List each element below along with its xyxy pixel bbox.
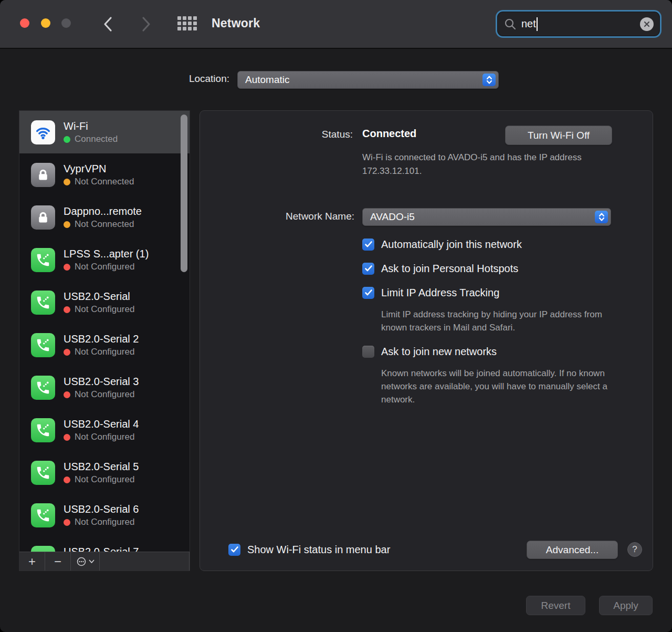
checkbox-label: Ask to join new networks bbox=[381, 346, 497, 358]
service-status: Connected bbox=[64, 134, 118, 144]
sidebar-service-item[interactable]: USB2.0-Serial 2 Not Configured bbox=[19, 324, 190, 366]
status-dot bbox=[64, 179, 70, 185]
service-status: Not Configured bbox=[64, 304, 134, 315]
service-text: USB2.0-Serial 4 Not Configured bbox=[64, 418, 139, 442]
show-wifi-status-label: Show Wi-Fi status in menu bar bbox=[247, 544, 390, 556]
checkbox-label: Limit IP Address Tracking bbox=[381, 287, 499, 299]
service-name: LPSS S...apter (1) bbox=[64, 247, 149, 260]
network-name-value: AVADO-i5 bbox=[370, 211, 415, 223]
service-status: Not Configured bbox=[64, 474, 139, 485]
close-window-button[interactable] bbox=[20, 18, 29, 28]
window-title: Network bbox=[212, 16, 260, 30]
sidebar-service-item[interactable]: Dappno...remote Not Connected bbox=[19, 196, 190, 239]
sidebar-toolbar: + − bbox=[19, 552, 190, 571]
checkbox[interactable] bbox=[362, 346, 374, 358]
search-value: net bbox=[521, 18, 536, 30]
phone-serial-icon bbox=[31, 503, 55, 527]
service-list: Wi-Fi Connected VyprVPN Not Connected Da… bbox=[19, 111, 190, 552]
location-label: Location: bbox=[189, 73, 229, 85]
service-status: Not Connected bbox=[64, 219, 142, 230]
lock-icon bbox=[31, 163, 55, 187]
sidebar-service-item[interactable]: USB2.0-Serial 6 Not Configured bbox=[19, 494, 190, 536]
revert-button[interactable]: Revert bbox=[526, 596, 585, 615]
location-value: Automatic bbox=[245, 74, 289, 86]
service-status-text: Not Configured bbox=[75, 389, 134, 400]
status-value: Connected bbox=[362, 128, 416, 140]
sidebar-service-item[interactable]: USB2.0-Serial Not Configured bbox=[19, 281, 190, 324]
add-service-button[interactable]: + bbox=[19, 552, 45, 571]
sidebar-service-item[interactable]: VyprVPN Not Connected bbox=[19, 153, 190, 196]
service-text: LPSS S...apter (1) Not Configured bbox=[64, 247, 149, 272]
toolbar-spacer bbox=[100, 552, 190, 571]
service-text: Dappno...remote Not Connected bbox=[64, 205, 142, 230]
checkbox[interactable] bbox=[362, 239, 374, 251]
sidebar-service-item[interactable]: USB2.0-Serial 5 Not Configured bbox=[19, 451, 190, 494]
checkbox[interactable] bbox=[362, 287, 374, 299]
service-status-text: Not Configured bbox=[75, 347, 134, 357]
service-name: USB2.0-Serial 6 bbox=[64, 503, 139, 515]
service-status: Not Configured bbox=[64, 432, 139, 442]
service-status-text: Not Configured bbox=[75, 262, 134, 272]
service-name: USB2.0-Serial 7 bbox=[64, 545, 139, 552]
service-text: USB2.0-Serial 7 Not Configured bbox=[64, 545, 139, 552]
sidebar-service-item[interactable]: Wi-Fi Connected bbox=[19, 111, 190, 153]
sidebar-service-item[interactable]: USB2.0-Serial 7 Not Configured bbox=[19, 536, 190, 552]
service-text: Wi-Fi Connected bbox=[64, 120, 118, 144]
advanced-button[interactable]: Advanced... bbox=[527, 541, 618, 559]
status-dot bbox=[64, 476, 70, 483]
search-icon bbox=[503, 17, 517, 31]
sidebar-service-item[interactable]: USB2.0-Serial 3 Not Configured bbox=[19, 366, 190, 409]
status-dot bbox=[64, 136, 70, 143]
minimize-window-button[interactable] bbox=[41, 18, 50, 28]
checkbox-label: Automatically join this network bbox=[381, 239, 522, 251]
turn-wifi-off-button[interactable]: Turn Wi-Fi Off bbox=[505, 126, 612, 145]
zoom-window-button[interactable] bbox=[61, 18, 71, 28]
lock-icon bbox=[31, 205, 55, 230]
wifi-option: Ask to join Personal Hotspots bbox=[362, 260, 625, 277]
service-status-text: Connected bbox=[75, 134, 118, 144]
location-select[interactable]: Automatic bbox=[237, 71, 499, 89]
status-dot bbox=[64, 349, 70, 356]
status-dot bbox=[64, 434, 70, 441]
service-text: USB2.0-Serial 6 Not Configured bbox=[64, 503, 139, 527]
status-dot bbox=[64, 221, 70, 228]
service-action-menu-button[interactable] bbox=[71, 552, 100, 571]
option-description: Known networks will be joined automatica… bbox=[381, 367, 615, 406]
status-label: Status: bbox=[322, 129, 353, 140]
popup-stepper-icon bbox=[595, 211, 608, 223]
phone-serial-icon bbox=[31, 291, 55, 315]
text-cursor bbox=[537, 17, 538, 31]
sidebar-service-item[interactable]: LPSS S...apter (1) Not Configured bbox=[19, 239, 190, 281]
search-input[interactable]: net bbox=[496, 10, 662, 38]
show-all-preferences-icon[interactable] bbox=[177, 16, 197, 30]
sidebar-service-item[interactable]: USB2.0-Serial 4 Not Configured bbox=[19, 409, 190, 451]
status-dot bbox=[64, 519, 70, 526]
help-button[interactable]: ? bbox=[627, 542, 642, 557]
service-status-text: Not Configured bbox=[75, 474, 134, 485]
clear-search-icon[interactable] bbox=[640, 17, 654, 31]
service-status-text: Not Configured bbox=[75, 304, 134, 315]
title-bar: Network net bbox=[0, 0, 672, 49]
network-name-select[interactable]: AVADO-i5 bbox=[362, 208, 611, 226]
network-name-label: Network Name: bbox=[286, 211, 354, 222]
service-name: Dappno...remote bbox=[64, 205, 142, 217]
apply-button[interactable]: Apply bbox=[599, 596, 653, 615]
show-wifi-status-checkbox[interactable] bbox=[228, 544, 240, 556]
option-description: Limit IP address tracking by hiding your… bbox=[381, 308, 615, 334]
forward-button[interactable] bbox=[139, 14, 153, 35]
remove-service-button[interactable]: − bbox=[45, 552, 71, 571]
service-status-text: Not Configured bbox=[75, 517, 134, 527]
status-dot bbox=[64, 264, 70, 271]
service-status-text: Not Connected bbox=[75, 219, 134, 230]
sidebar-scrollbar[interactable] bbox=[181, 115, 187, 272]
wifi-option: Ask to join new networks Known networks … bbox=[362, 343, 625, 406]
phone-serial-icon bbox=[31, 333, 55, 357]
service-status-text: Not Connected bbox=[75, 177, 134, 187]
checkbox[interactable] bbox=[362, 263, 374, 275]
service-text: USB2.0-Serial 5 Not Configured bbox=[64, 460, 139, 485]
back-button[interactable] bbox=[101, 14, 116, 35]
service-name: USB2.0-Serial 2 bbox=[64, 333, 139, 345]
service-status-text: Not Configured bbox=[75, 432, 134, 442]
wifi-option: Automatically join this network bbox=[362, 235, 625, 253]
service-text: USB2.0-Serial 3 Not Configured bbox=[64, 375, 139, 400]
